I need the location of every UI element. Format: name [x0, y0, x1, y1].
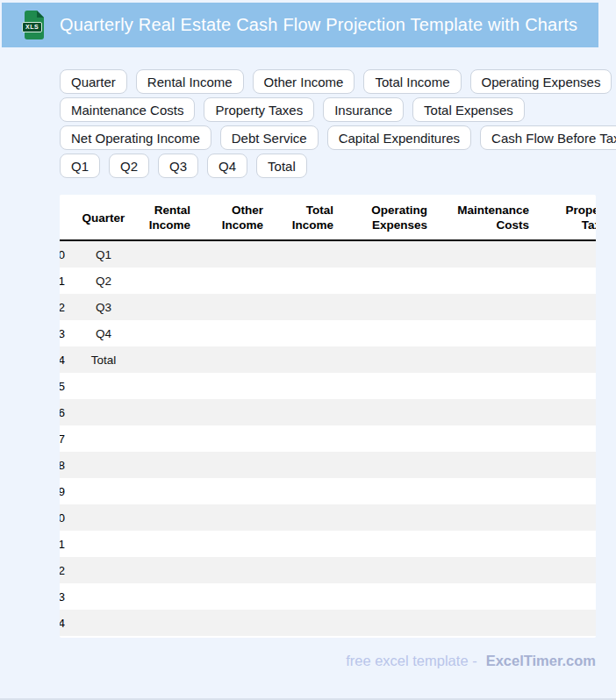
cell-maintenance-costs [432, 320, 534, 346]
spreadsheet-table: QuarterRental IncomeOther IncomeTotal In… [60, 195, 596, 636]
chip-q1[interactable]: Q1 [60, 154, 100, 178]
table-row: 4Total [60, 346, 596, 373]
cell-quarter [65, 583, 142, 610]
chip-total-expenses[interactable]: Total Expenses [412, 97, 525, 122]
cell-quarter: Total [65, 346, 142, 373]
table-row: 12 [60, 557, 596, 583]
cell-operating-expenses [338, 531, 432, 557]
table-row: 1Q2 [60, 268, 596, 294]
chip-operating-expenses[interactable]: Operating Expenses [470, 69, 612, 94]
cell-property-taxes [534, 610, 596, 636]
table-row: 7 [60, 425, 596, 452]
cell-rental-income [142, 399, 195, 425]
cell-operating-expenses [338, 425, 432, 452]
column-header-operating-expenses: Operating Expenses [338, 195, 432, 240]
chip-total-income[interactable]: Total Income [363, 69, 461, 94]
cell-rental-income [142, 373, 195, 399]
chip-cash-flow-before-taxes[interactable]: Cash Flow Before Taxes [480, 125, 616, 150]
chip-q4[interactable]: Q4 [207, 154, 247, 178]
cell-property-taxes [534, 373, 596, 399]
table-row: 6 [60, 399, 596, 425]
title-bar: XLS Quarterly Real Estate Cash Flow Proj… [2, 3, 598, 47]
chip-maintenance-costs[interactable]: Maintenance Costs [60, 97, 195, 122]
chip-q3[interactable]: Q3 [158, 154, 198, 178]
cell-rental-income [142, 240, 195, 268]
cell-total-income [268, 557, 338, 583]
column-header-maintenance-costs: Maintenance Costs [432, 195, 534, 240]
table-header-row: QuarterRental IncomeOther IncomeTotal In… [60, 195, 596, 240]
chip-capital-expenditures[interactable]: Capital Expenditures [327, 125, 471, 150]
cell-rental-income [142, 268, 195, 294]
table-row: 8 [60, 452, 596, 478]
footer-brand-link[interactable]: ExcelTimer.com [486, 653, 596, 668]
cell-other-income [195, 399, 268, 425]
cell-rental-income [142, 320, 195, 346]
cell-quarter [65, 557, 142, 583]
cell-quarter [65, 399, 142, 425]
cell-total-income [268, 240, 338, 268]
chip-rental-income[interactable]: Rental Income [136, 69, 244, 94]
cell-quarter [65, 504, 142, 531]
footer: free excel template -ExcelTimer.com [60, 653, 596, 669]
cell-property-taxes [534, 268, 596, 294]
cell-total-income [268, 425, 338, 452]
cell-rental-income [142, 504, 195, 531]
cell-other-income [195, 346, 268, 373]
cell-maintenance-costs [432, 240, 534, 268]
cell-rental-income [142, 557, 195, 583]
cell-other-income [195, 478, 268, 504]
cell-maintenance-costs [432, 504, 534, 531]
cell-maintenance-costs [432, 425, 534, 452]
chip-row: Net Operating IncomeDebt ServiceCapital … [60, 125, 604, 150]
cell-total-income [268, 452, 338, 478]
chip-total[interactable]: Total [256, 154, 307, 178]
cell-property-taxes [534, 583, 596, 610]
cell-operating-expenses [338, 373, 432, 399]
cell-property-taxes [534, 294, 596, 320]
chip-row: Q1Q2Q3Q4Total [60, 154, 604, 178]
cell-quarter: Q2 [65, 268, 142, 294]
table-row: 11 [60, 531, 596, 557]
cell-property-taxes [534, 504, 596, 531]
cell-operating-expenses [338, 399, 432, 425]
cell-total-income [268, 294, 338, 320]
footer-text: free excel template - [346, 653, 476, 668]
cell-property-taxes [534, 320, 596, 346]
chip-insurance[interactable]: Insurance [323, 97, 404, 122]
cell-operating-expenses [338, 610, 432, 636]
cell-operating-expenses [338, 583, 432, 610]
chip-net-operating-income[interactable]: Net Operating Income [60, 125, 211, 150]
cell-other-income [195, 583, 268, 610]
cell-maintenance-costs [432, 610, 534, 636]
table-row: 0Q1 [60, 240, 596, 268]
cell-rental-income [142, 452, 195, 478]
chip-other-income[interactable]: Other Income [253, 69, 355, 94]
cell-total-income [268, 531, 338, 557]
cell-property-taxes [534, 346, 596, 373]
table-row: 2Q3 [60, 294, 596, 320]
cell-property-taxes [534, 240, 596, 268]
cell-quarter [65, 373, 142, 399]
chip-quarter[interactable]: Quarter [60, 69, 127, 94]
chip-property-taxes[interactable]: Property Taxes [204, 97, 314, 122]
table-row: 3Q4 [60, 320, 596, 346]
table-row: 10 [60, 504, 596, 531]
cell-rental-income [142, 294, 195, 320]
cell-operating-expenses [338, 504, 432, 531]
cell-rental-income [142, 531, 195, 557]
cell-maintenance-costs [432, 346, 534, 373]
cell-quarter [65, 610, 142, 636]
column-header-other-income: Other Income [195, 195, 268, 240]
cell-rental-income [142, 583, 195, 610]
cell-operating-expenses [338, 346, 432, 373]
cell-operating-expenses [338, 294, 432, 320]
chip-debt-service[interactable]: Debt Service [220, 125, 319, 150]
cell-maintenance-costs [432, 583, 534, 610]
cell-quarter [65, 478, 142, 504]
chip-q2[interactable]: Q2 [109, 154, 149, 178]
cell-property-taxes [534, 425, 596, 452]
cell-total-income [268, 268, 338, 294]
table-row: 5 [60, 373, 596, 399]
cell-rental-income [142, 346, 195, 373]
xls-badge-label: XLS [22, 22, 42, 32]
